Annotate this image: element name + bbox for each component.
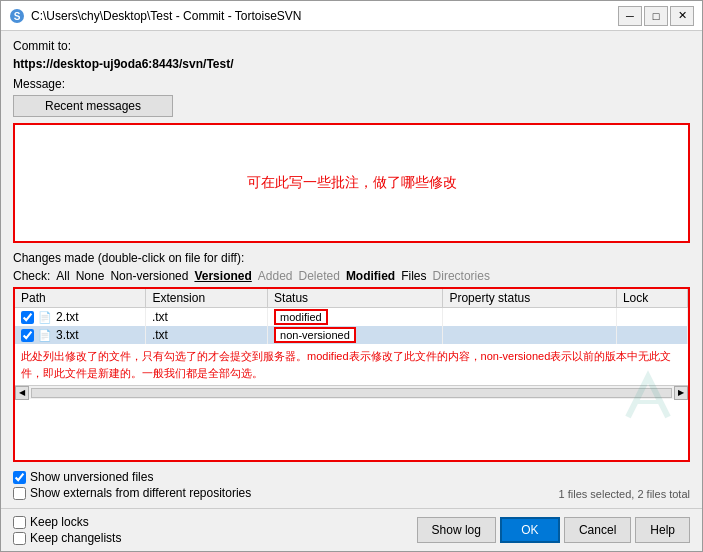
- col-extension: Extension: [146, 289, 268, 308]
- horizontal-scrollbar[interactable]: ◀ ▶: [15, 385, 688, 399]
- col-status: Status: [268, 289, 443, 308]
- filter-added[interactable]: Added: [258, 269, 293, 283]
- recent-messages-button[interactable]: Recent messages: [13, 95, 173, 117]
- svn-icon: S: [9, 8, 25, 24]
- filter-non-versioned[interactable]: Non-versioned: [110, 269, 188, 283]
- commit-url: https://desktop-uj9oda6:8443/svn/Test/: [13, 57, 690, 71]
- keep-locks-label: Keep locks: [30, 515, 89, 529]
- table-row[interactable]: 📄3.txt.txtnon-versioned: [15, 326, 688, 344]
- message-label: Message:: [13, 77, 690, 91]
- row-checkbox-cell: 📄3.txt: [15, 326, 146, 344]
- close-button[interactable]: ✕: [670, 6, 694, 26]
- status-badge: non-versioned: [274, 327, 356, 343]
- files-table-container: Path Extension Status Property status Lo…: [13, 287, 690, 462]
- row-lock: [616, 308, 687, 327]
- help-button[interactable]: Help: [635, 517, 690, 543]
- filter-modified[interactable]: Modified: [346, 269, 395, 283]
- message-placeholder-text: 可在此写一些批注，做了哪些修改: [247, 174, 457, 192]
- title-bar-buttons: ─ □ ✕: [618, 6, 694, 26]
- footer-buttons: Show log OK Cancel Help: [417, 517, 690, 543]
- files-table: Path Extension Status Property status Lo…: [15, 289, 688, 344]
- svg-text:S: S: [14, 11, 21, 22]
- row-checkbox[interactable]: [21, 311, 34, 324]
- row-property-status: [443, 326, 617, 344]
- main-content: Commit to: https://desktop-uj9oda6:8443/…: [1, 31, 702, 508]
- scrollbar-track[interactable]: [31, 388, 672, 398]
- show-externals-checkbox[interactable]: [13, 487, 26, 500]
- row-property-status: [443, 308, 617, 327]
- filter-versioned[interactable]: Versioned: [194, 269, 251, 283]
- row-path: 3.txt: [56, 328, 79, 342]
- filter-directories[interactable]: Directories: [433, 269, 490, 283]
- filter-files[interactable]: Files: [401, 269, 426, 283]
- show-externals-option[interactable]: Show externals from different repositori…: [13, 486, 251, 500]
- show-unversioned-checkbox[interactable]: [13, 471, 26, 484]
- row-extension: .txt: [146, 326, 268, 344]
- row-path: 2.txt: [56, 310, 79, 324]
- keep-locks-option[interactable]: Keep locks: [13, 515, 121, 529]
- status-badge: modified: [274, 309, 328, 325]
- file-icon: 📄: [38, 311, 52, 324]
- keep-changelists-checkbox[interactable]: [13, 532, 26, 545]
- maximize-button[interactable]: □: [644, 6, 668, 26]
- ok-button[interactable]: OK: [500, 517, 560, 543]
- filter-none[interactable]: None: [76, 269, 105, 283]
- check-label: Check:: [13, 269, 50, 283]
- filter-all[interactable]: All: [56, 269, 69, 283]
- row-checkbox-cell: 📄2.txt: [15, 308, 146, 326]
- scroll-left-button[interactable]: ◀: [15, 386, 29, 400]
- cancel-button[interactable]: Cancel: [564, 517, 631, 543]
- table-row[interactable]: 📄2.txt.txtmodified: [15, 308, 688, 327]
- keep-changelists-label: Keep changelists: [30, 531, 121, 545]
- window-title: C:\Users\chy\Desktop\Test - Commit - Tor…: [31, 9, 302, 23]
- main-window: S C:\Users\chy\Desktop\Test - Commit - T…: [0, 0, 703, 552]
- annotation-text: 此处列出修改了的文件，只有勾选了的才会提交到服务器。modified表示修改了此…: [15, 344, 688, 385]
- title-bar-left: S C:\Users\chy\Desktop\Test - Commit - T…: [9, 8, 302, 24]
- status-text: 1 files selected, 2 files total: [559, 488, 690, 500]
- row-extension: .txt: [146, 308, 268, 327]
- filter-deleted[interactable]: Deleted: [299, 269, 340, 283]
- file-icon: 📄: [38, 329, 52, 342]
- keep-changelists-option[interactable]: Keep changelists: [13, 531, 121, 545]
- row-lock: [616, 326, 687, 344]
- row-status: non-versioned: [268, 326, 443, 344]
- footer: Keep locks Keep changelists Show log OK …: [1, 508, 702, 551]
- show-log-button[interactable]: Show log: [417, 517, 496, 543]
- show-unversioned-option[interactable]: Show unversioned files: [13, 470, 251, 484]
- show-unversioned-label: Show unversioned files: [30, 470, 153, 484]
- col-path: Path: [15, 289, 146, 308]
- watermark: [618, 367, 678, 430]
- filter-row: Check: All None Non-versioned Versioned …: [13, 269, 690, 283]
- col-lock: Lock: [616, 289, 687, 308]
- message-area[interactable]: 可在此写一些批注，做了哪些修改: [13, 123, 690, 243]
- commit-to-label: Commit to:: [13, 39, 690, 53]
- minimize-button[interactable]: ─: [618, 6, 642, 26]
- row-status: modified: [268, 308, 443, 327]
- title-bar: S C:\Users\chy\Desktop\Test - Commit - T…: [1, 1, 702, 31]
- options-section: Show unversioned files Show externals fr…: [13, 470, 251, 500]
- footer-left-options: Keep locks Keep changelists: [13, 515, 121, 545]
- show-externals-label: Show externals from different repositori…: [30, 486, 251, 500]
- col-property-status: Property status: [443, 289, 617, 308]
- row-checkbox[interactable]: [21, 329, 34, 342]
- keep-locks-checkbox[interactable]: [13, 516, 26, 529]
- changes-label: Changes made (double-click on file for d…: [13, 251, 690, 265]
